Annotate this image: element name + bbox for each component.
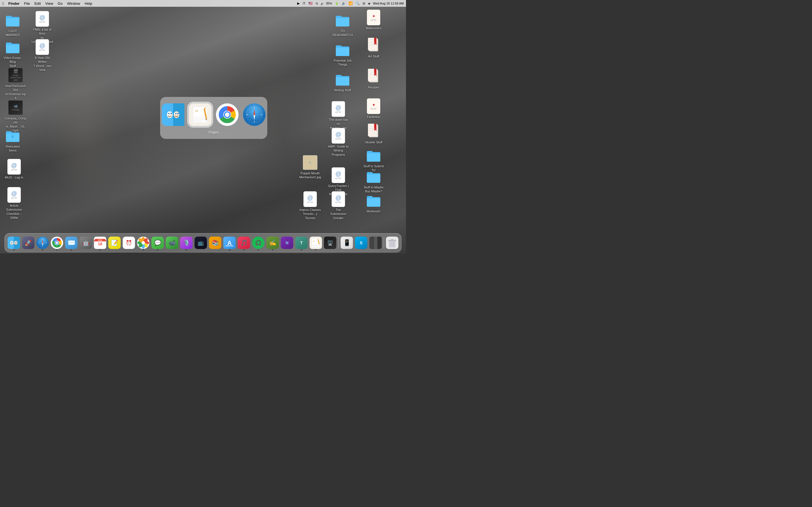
desktop-icon-8year-old[interactable]: @ HTTP 8-Year-Old Writes"I Wond...oes Vi… — [31, 39, 54, 72]
svg-text:": " — [313, 240, 315, 245]
dock-item-podcasts[interactable]: 🎙️ — [180, 236, 193, 249]
apple-logo-icon[interactable]:  — [2, 1, 4, 6]
at-sign-icon: @ — [307, 194, 313, 201]
icon-label: Workouts! — [366, 209, 380, 213]
svg-point-28 — [175, 113, 177, 114]
dock-item-books[interactable]: 📚 — [208, 236, 222, 249]
switcher-finder[interactable] — [161, 103, 185, 127]
icon-label: Webcomics — [366, 26, 382, 30]
dock-item-trash[interactable] — [386, 236, 399, 249]
desktop-icon-webcomics[interactable]: ✦ HTTP Webcomics — [362, 10, 385, 30]
dock-item-screens[interactable]: 🖥️ — [323, 236, 337, 249]
at-sign-icon: @ — [11, 190, 17, 197]
desktop-icon-i-got-married[interactable]: I GOT MARRIED — [1, 12, 24, 37]
svg-point-19 — [167, 111, 172, 118]
desktop-icon-ukulele[interactable]: Ukulele Stuff — [362, 124, 385, 144]
dock-dot — [157, 249, 158, 250]
dock-dot — [243, 249, 245, 250]
menubar-app-name[interactable]: Finder — [8, 1, 19, 6]
desktop-icon-how-gooch[interactable]: 🎬 HOME MIRACLES1950 HowTheGoochStoleChri… — [4, 67, 27, 100]
battery-icon[interactable]: 🔋 — [335, 2, 339, 5]
dock-item-spotify[interactable]: 🎧 — [252, 236, 265, 249]
dock-item-skype[interactable]: S — [354, 236, 368, 249]
dock-dot — [315, 249, 316, 250]
dock-item-scrivener[interactable]: ✍️ — [266, 236, 280, 249]
dock-item-facetime[interactable]: 📹 — [165, 236, 179, 249]
desktop-icon-stuff-maybe-buy[interactable]: Stuff to MaybeBuy Maybe? — [362, 169, 385, 193]
dock-item-safari[interactable] — [36, 236, 49, 249]
play-icon[interactable]: ▶ — [297, 1, 300, 5]
switcher-safari[interactable] — [242, 103, 266, 127]
dock-item-screenshots[interactable] — [369, 236, 382, 249]
svg-point-30 — [176, 113, 176, 114]
dock-item-photos[interactable] — [137, 236, 150, 249]
search-icon[interactable]: 🔍 — [356, 1, 360, 5]
icon-label: MUO · Log In — [5, 175, 23, 179]
desktop-icon-fmn-films[interactable]: @ HTTP FMN, a list of filmsby LizBa...tt… — [31, 11, 54, 44]
desktop-icon-muo-login[interactable]: @ HTTP MUO · Log In — [3, 159, 26, 179]
dock-item-calendar[interactable]: AUG 18 — [93, 236, 107, 249]
desktop-icon-awp-guide[interactable]: @ HTTP AWP- Guide toWriting Programs — [327, 128, 350, 157]
folder-icon — [5, 14, 20, 26]
menubar-go[interactable]: Go — [58, 1, 63, 6]
switcher-pages[interactable]: " — [188, 103, 212, 127]
menubar-file[interactable]: File — [24, 1, 30, 6]
desktop-icon-submission-grinder[interactable]: @ HTTP The SubmissionGrinder — [327, 191, 350, 220]
desktop-icon-writing-stuff[interactable]: Writing Stuff — [331, 71, 354, 92]
app-switcher: " — [160, 97, 267, 139]
desktop-icon-fanfiction[interactable]: ✦ HTTP Fanfiction — [362, 98, 385, 119]
dock-item-onenote[interactable]: N — [280, 236, 294, 249]
dock-item-chrome[interactable] — [50, 236, 64, 249]
desktop-icon-to-read-watch[interactable]: TO READ/WATCH — [331, 12, 354, 37]
icon-label: Writing Stuff — [334, 88, 351, 92]
dock-dot — [143, 249, 144, 250]
bluetooth-icon[interactable]: ℘ — [321, 1, 323, 5]
desktop-icon-video-essay[interactable]: Video-Essay-BlogStuff — [1, 39, 24, 68]
menubar-help[interactable]: Help — [85, 1, 92, 6]
desktop-icon-improv-classes[interactable]: @ HTTP Improv ClassesToronto...y Toronto — [299, 191, 321, 220]
svg-point-62 — [15, 242, 16, 243]
accessibility-icon[interactable]: ⊙ — [315, 2, 318, 5]
desktop-icon-art-stuff[interactable]: Art Stuff — [362, 38, 385, 58]
dock-item-finder[interactable] — [7, 236, 20, 249]
datetime-label: Wed Aug 18 11:56 AM — [373, 2, 404, 5]
desktop-icon-article-checklist[interactable]: @ HTTP Article SubmissionChecklist – XWi… — [3, 187, 26, 220]
icon-label: Video-Essay-BlogStuff — [2, 56, 24, 68]
switcher-chrome[interactable] — [215, 103, 239, 127]
desktop-icon-recipes[interactable]: Recipes — [362, 69, 385, 89]
menubar-view[interactable]: View — [45, 1, 53, 6]
dock-dot — [258, 249, 259, 250]
dock-item-music[interactable]: 🎵 — [237, 236, 251, 249]
dock-item-appstore[interactable]: A — [223, 236, 236, 249]
control-center-icon[interactable]: ⊟ — [363, 2, 365, 5]
desktop-icon-potential-job[interactable]: Potential JobThings — [331, 42, 354, 67]
timemachine-icon[interactable]: ⏱ — [303, 2, 306, 5]
desktop-icon-compaq[interactable]: 📹 Compaq Compaq_Computers_Mash...-01.mp4 — [4, 100, 27, 132]
dock-dot — [13, 249, 14, 250]
siri-icon[interactable]: ◈ — [368, 2, 370, 5]
dock-item-automator[interactable]: 🤖 — [79, 236, 93, 249]
dock-item-launchpad[interactable]: 🚀 — [21, 236, 35, 249]
icon-label: I GOT MARRIED — [2, 29, 24, 37]
volume-icon[interactable]: 🔊 — [342, 2, 346, 5]
dock-item-typora[interactable]: T — [295, 236, 308, 249]
dock-item-pages[interactable]: " — [309, 236, 322, 249]
desktop-icon-puppet-mouth[interactable]: 🔧 Puppet MouthMechanism!.jpg — [299, 155, 321, 179]
svg-point-59 — [12, 242, 13, 243]
menubar-edit[interactable]: Edit — [35, 1, 41, 6]
app-switcher-label: Pages — [209, 130, 219, 134]
menubar-window[interactable]: Window — [67, 1, 80, 6]
dock-item-messages[interactable]: 💬 — [151, 236, 164, 249]
icon-label: Art Stuff — [368, 54, 379, 58]
at-sign-icon: @ — [40, 14, 45, 21]
dock-item-notes[interactable]: 📝 — [108, 236, 121, 249]
dock-item-tv[interactable]: 📺 — [194, 236, 207, 249]
menubar:  Finder File Edit View Go Window Help ▶… — [0, 0, 406, 7]
dock-item-mail[interactable]: ✉️ — [64, 236, 78, 249]
desktop-icon-workouts[interactable]: Workouts! — [362, 193, 385, 213]
wifi-icon[interactable]: 📶 — [349, 1, 353, 5]
dock-item-reminders[interactable]: ⏰ — [122, 236, 136, 249]
dock-item-phone[interactable]: 📱 — [340, 236, 354, 249]
desktop-icon-relocated[interactable]: Relocated Items — [1, 128, 24, 153]
svg-point-29 — [177, 113, 179, 114]
